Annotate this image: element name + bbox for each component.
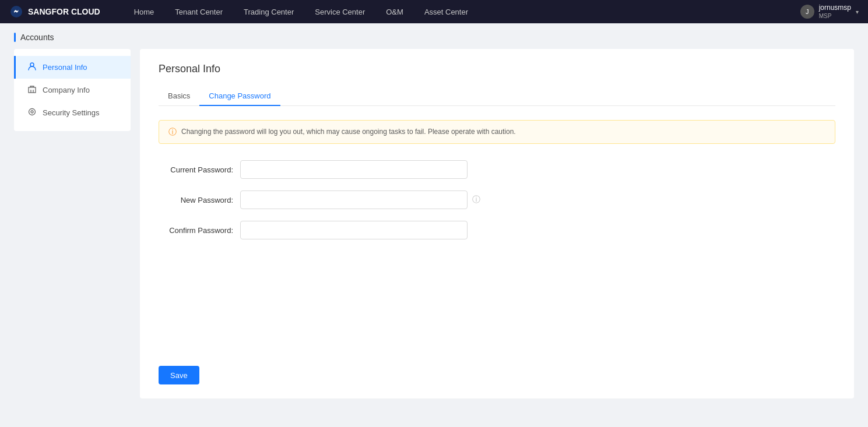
form-actions: Save — [159, 366, 199, 384]
nav-links: Home Tenant Center Trading Center Servic… — [124, 0, 800, 23]
user-name: jornusmsp — [819, 3, 851, 13]
new-password-input[interactable] — [240, 190, 468, 209]
sidebar: Personal Info Company Info — [14, 49, 131, 131]
content-layout: Personal Info Company Info — [14, 49, 854, 398]
sidebar-label-personal-info: Personal Info — [43, 63, 87, 72]
tab-bar: Basics Change Password — [159, 87, 835, 106]
brand-name: SANGFOR CLOUD — [28, 7, 100, 16]
form-group-current-password: Current Password: — [159, 160, 835, 179]
sidebar-label-company-info: Company Info — [43, 86, 90, 94]
security-settings-icon — [27, 107, 37, 118]
current-password-input[interactable] — [240, 160, 468, 179]
warning-icon: ⓘ — [168, 127, 177, 137]
form-group-confirm-password: Confirm Password: — [159, 221, 835, 239]
nav-asset[interactable]: Asset Center — [414, 0, 479, 23]
tab-change-password[interactable]: Change Password — [199, 87, 280, 106]
personal-info-icon — [27, 62, 37, 73]
svg-point-1 — [30, 63, 34, 66]
user-menu[interactable]: J jornusmsp MSP ▾ — [800, 3, 859, 20]
breadcrumb-bar — [14, 33, 16, 42]
breadcrumb: Accounts — [14, 33, 854, 42]
brand-logo-icon — [9, 5, 23, 19]
confirm-password-label: Confirm Password: — [159, 226, 240, 235]
new-password-wrapper: ⓘ — [240, 190, 480, 209]
sidebar-item-personal-info[interactable]: Personal Info — [14, 56, 131, 79]
current-password-label: Current Password: — [159, 165, 240, 174]
top-navigation: SANGFOR CLOUD Home Tenant Center Trading… — [0, 0, 868, 23]
warning-text: Changing the password will log you out, … — [181, 126, 516, 137]
nav-service[interactable]: Service Center — [304, 0, 375, 23]
page-title: Personal Info — [159, 63, 835, 75]
new-password-label: New Password: — [159, 196, 240, 204]
nav-om[interactable]: O&M — [375, 0, 414, 23]
svg-point-5 — [29, 109, 36, 115]
avatar: J — [800, 5, 814, 19]
company-info-icon — [27, 84, 37, 96]
main-content: Personal Info Basics Change Password ⓘ C… — [140, 49, 854, 398]
form-group-new-password: New Password: ⓘ — [159, 190, 835, 209]
nav-tenant[interactable]: Tenant Center — [164, 0, 233, 23]
nav-home[interactable]: Home — [124, 0, 165, 23]
tab-basics[interactable]: Basics — [159, 87, 199, 106]
svg-rect-2 — [29, 87, 36, 93]
sidebar-item-security-settings[interactable]: Security Settings — [14, 101, 131, 124]
warning-banner: ⓘ Changing the password will log you out… — [159, 120, 835, 144]
confirm-password-input[interactable] — [240, 221, 468, 239]
save-button[interactable]: Save — [159, 366, 199, 384]
brand-logo[interactable]: SANGFOR CLOUD — [9, 5, 100, 19]
sidebar-label-security-settings: Security Settings — [43, 108, 100, 117]
page-wrapper: Accounts Personal Info — [0, 23, 868, 427]
chevron-down-icon: ▾ — [856, 9, 859, 15]
breadcrumb-text: Accounts — [20, 33, 54, 42]
new-password-info-icon[interactable]: ⓘ — [472, 195, 480, 205]
user-info: jornusmsp MSP — [819, 3, 851, 20]
sidebar-item-company-info[interactable]: Company Info — [14, 79, 131, 101]
nav-trading[interactable]: Trading Center — [233, 0, 304, 23]
svg-point-6 — [31, 111, 33, 113]
user-role: MSP — [819, 12, 851, 20]
